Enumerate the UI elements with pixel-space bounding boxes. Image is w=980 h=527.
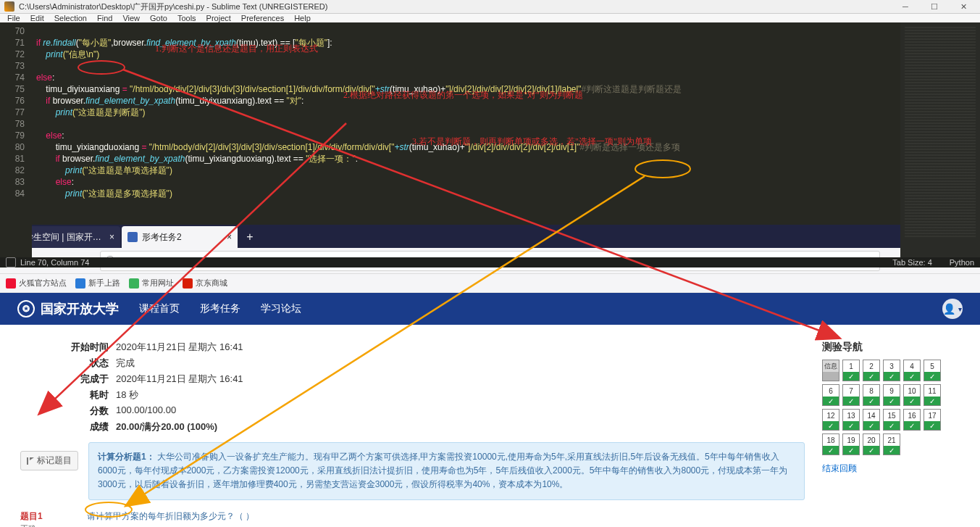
bookmark-item[interactable]: 火狐官方站点 bbox=[6, 278, 67, 289]
minimize-icon[interactable]: ─ bbox=[893, 0, 918, 13]
main-content: 开始时间2020年11月21日 星期六 16:41 状态完成 完成于2020年1… bbox=[20, 341, 805, 527]
chevron-down-icon: ▾ bbox=[958, 305, 962, 313]
quiz-navigation: 测验导航 信息1✓2✓3✓4✓5✓6✓7✓8✓9✓10✓11✓12✓13✓14✓… bbox=[822, 341, 960, 527]
bookmark-item[interactable]: 京东商城 bbox=[183, 278, 227, 289]
info-box: 计算分析题1： 大华公司准备购入一设备扩充生产能力。现有甲乙两个方案可供选择,甲… bbox=[88, 442, 805, 500]
quiznav-cell[interactable]: 17✓ bbox=[924, 409, 941, 431]
close-icon[interactable]: ✕ bbox=[951, 0, 976, 13]
jd-icon bbox=[183, 278, 193, 289]
sublime-text-window: C:\Users\Administrator\Desktop\广开国开py\ce… bbox=[0, 0, 980, 225]
quiznav-cell[interactable]: 7✓ bbox=[842, 384, 860, 406]
bookmark-item[interactable]: 常用网址 bbox=[129, 278, 174, 289]
menu-view[interactable]: View bbox=[118, 14, 144, 22]
summary-label: 开始时间 bbox=[20, 341, 116, 354]
quiznav-cell[interactable]: 14✓ bbox=[863, 409, 880, 431]
finish-review-link[interactable]: 结束回顾 bbox=[822, 462, 960, 475]
brand-logo-icon: ✪ bbox=[17, 300, 35, 318]
quiznav-cell[interactable]: 5✓ bbox=[924, 360, 941, 381]
quiznav-title: 测验导航 bbox=[822, 341, 960, 354]
quiznav-cell[interactable]: 2✓ bbox=[863, 360, 880, 381]
summary-label: 耗时 bbox=[20, 389, 116, 402]
quiznav-cell[interactable]: 18✓ bbox=[822, 433, 839, 455]
quiznav-cell[interactable]: 10✓ bbox=[903, 384, 921, 406]
summary-label: 分数 bbox=[20, 404, 116, 418]
question-meta: 题目1 正确 获得2.00分中的2.00分 bbox=[20, 510, 77, 527]
summary-value: 2020年11月21日 星期六 16:41 bbox=[116, 341, 243, 354]
user-avatar[interactable]: 👤▾ bbox=[942, 299, 963, 319]
menu-edit[interactable]: Edit bbox=[26, 14, 49, 22]
annotation-2: 2.根据绝对路径获得该题的第一个选项，如果是"对"则为判断题 bbox=[343, 89, 583, 101]
line-numbers: 707172737475767778798081828384 bbox=[0, 22, 32, 257]
summary-value: 2020年11月21日 星期六 16:41 bbox=[116, 373, 243, 386]
site-header: ✪ 国家开放大学 课程首页 形考任务 学习论坛 👤▾ bbox=[0, 293, 980, 325]
nav-forum[interactable]: 学习论坛 bbox=[261, 302, 301, 315]
quiznav-cell[interactable]: 1✓ bbox=[842, 360, 860, 381]
code-editor[interactable]: 707172737475767778798081828384 if re.fin… bbox=[0, 22, 980, 257]
quiznav-cell[interactable]: 13✓ bbox=[842, 409, 860, 431]
quiznav-cell[interactable]: 6✓ bbox=[822, 384, 839, 406]
sublime-menubar: File Edit Selection Find View Goto Tools… bbox=[0, 14, 980, 22]
menu-tools[interactable]: Tools bbox=[173, 14, 201, 22]
sublime-statusbar: Line 70, Column 74 Tab Size: 4 Python bbox=[0, 257, 980, 267]
summary-value: 20.00/满分20.00 (100%) bbox=[116, 420, 217, 433]
fire-icon bbox=[6, 278, 16, 289]
attempt-summary: 开始时间2020年11月21日 星期六 16:41 状态完成 完成于2020年1… bbox=[20, 341, 805, 433]
info-body: 大华公司准备购入一设备扩充生产能力。现有甲乙两个方案可供选择,甲方案需投资100… bbox=[98, 452, 787, 489]
quiznav-info-cell[interactable]: 信息 bbox=[822, 360, 839, 381]
menu-help[interactable]: Help bbox=[290, 14, 315, 22]
question-number: 题目1 bbox=[20, 510, 77, 523]
window-title: C:\Users\Administrator\Desktop\广开国开py\ce… bbox=[19, 1, 327, 12]
flag-icon bbox=[27, 457, 34, 465]
quiznav-cell[interactable]: 21✓ bbox=[883, 433, 900, 455]
menu-find[interactable]: Find bbox=[93, 14, 117, 22]
menu-file[interactable]: File bbox=[3, 14, 25, 22]
summary-label: 完成于 bbox=[20, 373, 116, 386]
quiznav-cell[interactable]: 9✓ bbox=[883, 384, 900, 406]
question-status: 正确 bbox=[20, 523, 77, 527]
bookmarks-bar: 火狐官方站点 新手上路 常用网址 京东商城 bbox=[0, 274, 980, 293]
quiznav-cell[interactable]: 16✓ bbox=[903, 409, 921, 431]
folder-icon bbox=[129, 278, 139, 289]
console-toggle-icon[interactable] bbox=[6, 257, 16, 267]
quiznav-cell[interactable]: 8✓ bbox=[863, 384, 880, 406]
menu-selection[interactable]: Selection bbox=[50, 14, 91, 22]
firefox-window: 学生空间 | 国家开放大学 × 形考任务2 × + ─ ☐ ✕ ← → ⟳ ⌂ … bbox=[0, 225, 980, 527]
quiznav-cell[interactable]: 19✓ bbox=[842, 433, 860, 455]
quiznav-cell[interactable]: 15✓ bbox=[883, 409, 900, 431]
sublime-titlebar: C:\Users\Administrator\Desktop\广开国开py\ce… bbox=[0, 0, 980, 14]
status-language[interactable]: Python bbox=[950, 258, 974, 267]
code-body[interactable]: if re.findall("每小题",browser.find_element… bbox=[32, 22, 900, 257]
summary-label: 状态 bbox=[20, 357, 116, 370]
annotation-1: 1.判断这个是信息还是题目，用正则表达式 bbox=[155, 43, 318, 54]
maximize-icon[interactable]: ☐ bbox=[922, 0, 947, 13]
page-content: ✪ 国家开放大学 课程首页 形考任务 学习论坛 👤▾ 开始时间2020年11月2… bbox=[0, 293, 980, 527]
mark-question-button[interactable]: 标记题目 bbox=[20, 451, 78, 470]
summary-value: 100.00/100.00 bbox=[116, 404, 176, 418]
minimap[interactable] bbox=[900, 22, 980, 257]
summary-label: 成绩 bbox=[20, 420, 116, 433]
brand-name: 国家开放大学 bbox=[41, 300, 119, 318]
world-icon bbox=[75, 278, 85, 289]
sublime-app-icon bbox=[4, 1, 14, 12]
menu-goto[interactable]: Goto bbox=[146, 14, 172, 22]
quiznav-cell[interactable]: 11✓ bbox=[924, 384, 941, 406]
menu-project[interactable]: Project bbox=[202, 14, 235, 22]
nav-course[interactable]: 课程首页 bbox=[139, 302, 180, 315]
menu-preferences[interactable]: Preferences bbox=[237, 14, 288, 22]
nav-tasks[interactable]: 形考任务 bbox=[200, 302, 240, 315]
quiznav-cell[interactable]: 3✓ bbox=[883, 360, 900, 381]
info-title: 计算分析题1： bbox=[98, 452, 155, 462]
site-brand[interactable]: ✪ 国家开放大学 bbox=[17, 300, 119, 318]
annotation-3: 3.若不是判断题，则再判断单项或多选，若"选择一项"则为单项 bbox=[412, 136, 652, 147]
forward-button[interactable]: → bbox=[28, 251, 48, 271]
summary-value: 完成 bbox=[116, 357, 135, 370]
status-tabsize[interactable]: Tab Size: 4 bbox=[892, 258, 931, 267]
bookmark-item[interactable]: 新手上路 bbox=[75, 278, 120, 289]
question-text: 请计算甲方案的每年折旧额为多少元？（ ） bbox=[87, 510, 805, 523]
quiznav-cell[interactable]: 20✓ bbox=[863, 433, 880, 455]
quiznav-cell[interactable]: 4✓ bbox=[903, 360, 921, 381]
quiznav-cell[interactable]: 12✓ bbox=[822, 409, 839, 431]
summary-value: 18 秒 bbox=[116, 389, 138, 402]
